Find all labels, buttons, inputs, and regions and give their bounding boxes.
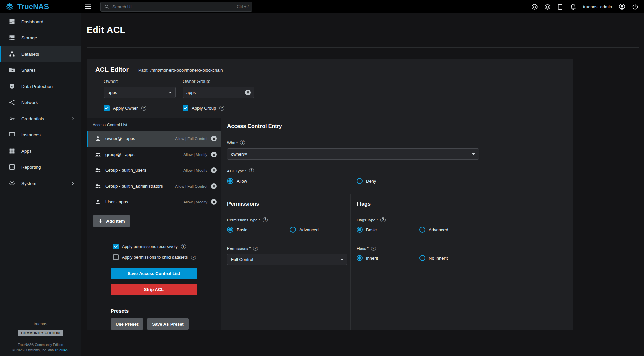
sidebar-item-label: Apps: [21, 149, 32, 154]
acl-entry-row[interactable]: User - apps Allow | Modify: [87, 194, 221, 210]
user-icon: [95, 199, 101, 205]
copyright-link[interactable]: TrueNAS: [55, 348, 68, 352]
who-label: Who *: [227, 141, 238, 145]
permissions-column: Permissions Permissions Type * Basic: [221, 194, 350, 330]
logo[interactable]: TrueNAS: [0, 2, 81, 11]
remove-entry-icon[interactable]: [211, 199, 217, 205]
power-button[interactable]: [632, 3, 639, 10]
help-icon[interactable]: [380, 217, 386, 222]
remove-entry-icon[interactable]: [211, 136, 217, 141]
add-item-button[interactable]: Add Item: [93, 215, 130, 227]
radio-allow[interactable]: Allow: [227, 178, 357, 184]
sidebar-item-reporting[interactable]: Reporting: [0, 159, 81, 175]
sidebar-item-credentials[interactable]: Credentials: [0, 110, 81, 127]
radio-permissions-advanced[interactable]: Advanced: [290, 227, 319, 233]
acl-type-label: ACL Type *: [227, 169, 247, 173]
help-icon[interactable]: [253, 246, 258, 251]
help-icon[interactable]: [191, 255, 196, 260]
permissions-select[interactable]: Full Control: [227, 254, 347, 265]
sidebar-item-network[interactable]: Network: [0, 94, 81, 110]
help-icon[interactable]: [249, 168, 254, 173]
reporting-icon: [9, 164, 16, 170]
flags-label: Flags *: [357, 246, 369, 250]
tasks-button[interactable]: [557, 3, 564, 10]
feedback-button[interactable]: [531, 3, 538, 10]
save-acl-button[interactable]: Save Access Control List: [111, 268, 197, 279]
use-preset-button[interactable]: Use Preset: [111, 318, 143, 330]
recursive-checkbox[interactable]: [113, 244, 119, 249]
system-icon: [9, 180, 16, 187]
access-control-list-panel: Access Control List owner@ - apps Allow …: [87, 118, 221, 330]
remove-entry-icon[interactable]: [211, 152, 217, 157]
help-icon[interactable]: [240, 140, 245, 145]
acl-entry-meta: Allow | Modify: [183, 200, 207, 204]
acl-entry-meta: Allow | Full Control: [175, 137, 207, 141]
owner-select[interactable]: apps: [104, 87, 176, 98]
apply-group-checkbox[interactable]: [183, 105, 188, 111]
sidebar-item-dashboard[interactable]: Dashboard: [0, 13, 81, 30]
sidebar-item-datasets[interactable]: Datasets: [0, 46, 81, 62]
logo-text: TrueNAS: [17, 2, 49, 11]
radio-deny[interactable]: Deny: [357, 178, 376, 184]
sidebar-item-system[interactable]: System: [0, 175, 81, 191]
radio-flags-advanced[interactable]: Advanced: [419, 227, 448, 233]
help-icon[interactable]: [219, 106, 224, 111]
permissions-select-value: Full Control: [231, 257, 253, 262]
group-icon: [95, 151, 101, 158]
product-line: TrueNAS® Community Edition: [0, 342, 81, 348]
edition-badge[interactable]: COMMUNITY EDITION: [18, 330, 62, 336]
help-icon[interactable]: [141, 106, 146, 111]
search-icon: [104, 4, 110, 9]
save-as-preset-button[interactable]: Save As Preset: [147, 318, 188, 330]
acl-entry-row[interactable]: Group - builtin_users Allow | Modify: [87, 162, 221, 178]
power-icon: [632, 3, 639, 10]
help-icon[interactable]: [181, 244, 186, 249]
help-icon[interactable]: [263, 217, 268, 222]
who-select[interactable]: owner@: [227, 148, 479, 160]
chevron-down-icon: [340, 259, 344, 260]
sidebar-item-apps[interactable]: Apps: [0, 143, 81, 159]
notifications-button[interactable]: [570, 3, 577, 10]
truenas-logo-icon: [5, 2, 14, 11]
clear-icon[interactable]: [245, 90, 251, 95]
permissions-label: Permissions *: [227, 246, 251, 250]
sidebar-item-label: Credentials: [21, 116, 44, 121]
main-content: Edit ACL ACL Editor Path: /mnt/monero-po…: [81, 13, 644, 356]
flags-heading: Flags: [357, 201, 492, 207]
strip-acl-button[interactable]: Strip ACL: [111, 284, 197, 295]
sidebar-item-shares[interactable]: Shares: [0, 62, 81, 78]
child-datasets-checkbox[interactable]: [113, 254, 119, 260]
owner-group-input[interactable]: apps: [183, 87, 254, 98]
help-icon[interactable]: [371, 246, 376, 251]
presets-title: Presets: [111, 308, 221, 314]
sidebar-item-instances[interactable]: Instances: [0, 127, 81, 143]
search-box[interactable]: Ctrl + /: [100, 2, 252, 12]
radio-flags-basic[interactable]: Basic: [357, 227, 419, 233]
sidebar-item-storage[interactable]: Storage: [0, 30, 81, 46]
logged-in-username: truenas_admin: [583, 4, 612, 9]
apply-owner-label: Apply Owner: [113, 106, 138, 111]
radio-permissions-basic[interactable]: Basic: [227, 227, 290, 233]
sidebar-item-label: Instances: [21, 132, 41, 137]
permissions-type-label: Permissions Type *: [227, 218, 260, 222]
radio-no-inherit[interactable]: No Inherit: [419, 255, 448, 261]
acl-editor-card: ACL Editor Path: /mnt/monero-pool/monero…: [87, 59, 573, 330]
account-button[interactable]: [618, 3, 626, 10]
acl-entry-row[interactable]: owner@ - apps Allow | Full Control: [87, 131, 221, 147]
flags-type-label: Flags Type *: [357, 218, 378, 222]
title-divider: [87, 47, 639, 48]
who-select-value: owner@: [231, 152, 247, 157]
apply-owner-checkbox[interactable]: [104, 105, 110, 111]
acl-entry-row[interactable]: Group - builtin_administrators Allow | F…: [87, 178, 221, 194]
sidebar-item-data-protection[interactable]: Data Protection: [0, 78, 81, 94]
remove-entry-icon[interactable]: [211, 183, 217, 189]
acl-entry-row[interactable]: group@ - apps Allow | Modify: [87, 147, 221, 162]
radio-selected-icon: [227, 178, 233, 184]
menu-toggle-button[interactable]: [84, 3, 92, 10]
jobs-button[interactable]: [544, 3, 551, 10]
radio-inherit[interactable]: Inherit: [357, 255, 419, 261]
remove-entry-icon[interactable]: [211, 167, 217, 173]
hostname: truenas: [0, 322, 81, 326]
acl-list-title: Access Control List: [87, 118, 221, 131]
search-input[interactable]: [112, 4, 237, 9]
